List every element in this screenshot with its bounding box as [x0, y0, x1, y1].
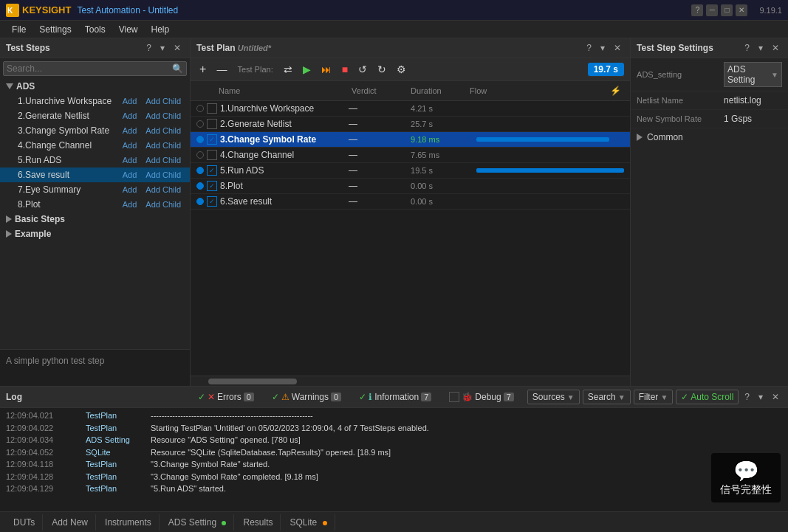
search-button[interactable]: Search ▼	[583, 390, 631, 404]
tab-instruments-label: Instruments	[105, 517, 151, 528]
menu-settings[interactable]: Settings	[33, 23, 77, 36]
row-duration: 0.00 s	[411, 197, 473, 206]
skip-button[interactable]: ⏭	[318, 62, 335, 77]
list-item[interactable]: 3.Change Symbol Rate AddAdd Child	[0, 123, 190, 138]
settings-help[interactable]: ?	[741, 41, 753, 55]
tab-results[interactable]: Results	[236, 514, 281, 531]
scrollbar-thumb[interactable]	[208, 379, 297, 384]
add-child-btn[interactable]: Add Child	[143, 170, 184, 180]
test-plan-collapse[interactable]: ▾	[597, 41, 608, 55]
search-input[interactable]	[7, 63, 172, 74]
add-btn[interactable]: Add	[120, 96, 140, 106]
table-row[interactable]: 3.Change Symbol Rate — 9.18 ms	[191, 132, 630, 148]
group-ads[interactable]: ADS	[0, 79, 190, 94]
ads-setting-dropdown[interactable]: ADS Setting ▼	[724, 62, 782, 87]
log-help[interactable]: ?	[741, 390, 753, 404]
help-button[interactable]: ?	[691, 4, 703, 16]
horizontal-scrollbar[interactable]	[191, 376, 630, 386]
add-btn[interactable]: Add	[120, 199, 140, 210]
play-button[interactable]: ▶	[300, 62, 314, 77]
add-child-btn[interactable]: Add Child	[143, 111, 184, 121]
table-row[interactable]: 4.Change Channel — 7.65 ms	[191, 148, 630, 163]
logo-text: KEYSIGHT	[22, 4, 71, 15]
list-item[interactable]: 5.Run ADS AddAdd Child	[0, 153, 190, 167]
group-example[interactable]: Example	[0, 227, 190, 241]
add-btn[interactable]: Add	[120, 140, 140, 151]
debug-filter[interactable]: 🐞 Debug 7	[445, 390, 518, 404]
settings-button[interactable]: ⚙	[394, 62, 409, 77]
row-checkbox[interactable]	[207, 119, 217, 129]
row-duration: 25.7 s	[411, 120, 473, 128]
common-section[interactable]: Common	[631, 128, 788, 146]
table-row[interactable]: 1.Unarchive Workspace — 4.21 s	[191, 101, 630, 117]
add-child-btn[interactable]: Add Child	[143, 199, 184, 210]
list-item[interactable]: 7.Eye Summary AddAdd Child	[0, 182, 190, 197]
list-item[interactable]: 2.Generate Netlist AddAdd Child	[0, 108, 190, 123]
errors-filter[interactable]: ✓ ✕ Errors 0	[193, 390, 258, 404]
test-plan-close[interactable]: ✕	[611, 41, 624, 55]
menu-help[interactable]: Help	[145, 23, 176, 36]
row-checkbox[interactable]	[207, 150, 217, 160]
group-basic-steps[interactable]: Basic Steps	[0, 212, 190, 227]
list-item[interactable]: 1.Unarchive Workspace AddAdd Child	[0, 94, 190, 108]
row-verdict: —	[349, 150, 408, 160]
table-row[interactable]: 5.Run ADS — 19.5 s	[191, 163, 630, 179]
add-btn[interactable]: Add	[120, 155, 140, 165]
add-btn[interactable]: Add	[120, 111, 140, 121]
tab-instruments[interactable]: Instruments	[97, 514, 160, 531]
menu-file[interactable]: File	[6, 23, 32, 36]
add-btn[interactable]: Add	[120, 170, 140, 180]
settings-close[interactable]: ✕	[769, 41, 782, 55]
log-collapse[interactable]: ▾	[756, 390, 766, 404]
menu-view[interactable]: View	[113, 23, 144, 36]
tab-add-new[interactable]: Add New	[44, 514, 96, 531]
autoscroll-button[interactable]: ✓ Auto Scroll	[676, 390, 739, 404]
row-checkbox[interactable]	[207, 165, 217, 176]
add-child-btn[interactable]: Add Child	[143, 140, 184, 151]
add-child-btn[interactable]: Add Child	[143, 155, 184, 165]
remove-step-button[interactable]: —	[213, 62, 230, 77]
add-btn[interactable]: Add	[120, 125, 140, 136]
tab-duts[interactable]: DUTs	[6, 514, 43, 531]
test-steps-help[interactable]: ?	[143, 41, 154, 55]
svg-text:K: K	[7, 7, 13, 15]
minimize-button[interactable]: ─	[706, 4, 718, 16]
add-child-btn[interactable]: Add Child	[143, 125, 184, 136]
row-checkbox[interactable]	[207, 103, 217, 114]
table-row[interactable]: 2.Generate Netlist — 25.7 s	[191, 117, 630, 132]
close-button[interactable]: ✕	[736, 4, 747, 16]
log-close[interactable]: ✕	[769, 390, 782, 404]
tab-sqlite[interactable]: SQLite	[282, 514, 335, 531]
maximize-button[interactable]: □	[721, 4, 733, 16]
item-label: 1.Unarchive Workspace	[18, 96, 117, 106]
list-item[interactable]: 4.Change Channel AddAdd Child	[0, 138, 190, 153]
table-row[interactable]: 8.Plot — 0.00 s	[191, 179, 630, 194]
stop-button[interactable]: ■	[339, 62, 351, 77]
test-steps-collapse[interactable]: ▾	[157, 41, 168, 55]
information-filter[interactable]: ✓ ℹ Information 7	[354, 390, 436, 404]
settings-collapse[interactable]: ▾	[756, 41, 766, 55]
warnings-label: Warnings	[292, 392, 329, 402]
add-step-button[interactable]: +	[196, 61, 209, 77]
row-checkbox[interactable]	[207, 134, 217, 145]
log-entry: 12:09:04.021 TestPlan ------------------…	[6, 410, 782, 422]
filter-button[interactable]: Filter ▼	[634, 390, 674, 404]
rewind-button[interactable]: ↺	[355, 62, 370, 77]
test-steps-close[interactable]: ✕	[171, 41, 184, 55]
import-button[interactable]: ⇄	[281, 62, 295, 77]
menu-tools[interactable]: Tools	[79, 23, 112, 36]
add-child-btn[interactable]: Add Child	[143, 96, 184, 106]
filter-icon[interactable]: ⚡	[607, 84, 624, 97]
test-plan-help[interactable]: ?	[583, 41, 595, 55]
warnings-filter[interactable]: ✓ ⚠ Warnings 0	[267, 390, 346, 404]
add-child-btn[interactable]: Add Child	[143, 184, 184, 195]
add-btn[interactable]: Add	[120, 184, 140, 195]
table-row[interactable]: 6.Save result — 0.00 s	[191, 194, 630, 210]
row-checkbox[interactable]	[207, 196, 217, 207]
list-item[interactable]: 8.Plot AddAdd Child	[0, 197, 190, 212]
sources-button[interactable]: Sources ▼	[527, 390, 580, 404]
tab-ads-setting[interactable]: ADS Setting	[161, 514, 235, 531]
list-item[interactable]: 6.Save result AddAdd Child	[0, 167, 190, 182]
rewind2-button[interactable]: ↻	[374, 62, 389, 77]
row-checkbox[interactable]	[207, 181, 217, 191]
